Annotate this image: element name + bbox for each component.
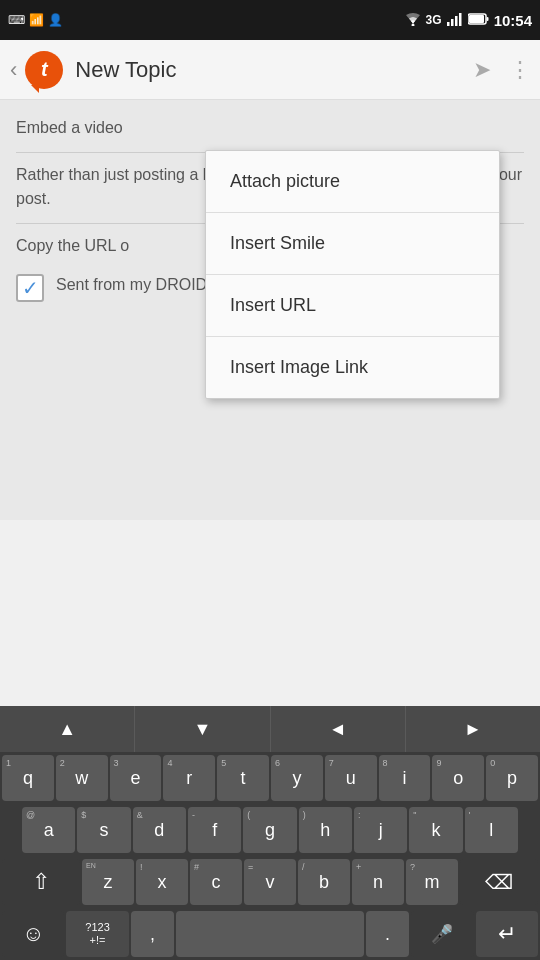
key-k[interactable]: "k xyxy=(409,807,462,853)
app-bar: ‹ t New Topic ➤ ⋮ xyxy=(0,40,540,100)
key-o[interactable]: 9o xyxy=(432,755,484,801)
key-z[interactable]: ENz xyxy=(82,859,134,905)
svg-rect-2 xyxy=(451,19,454,26)
key-y[interactable]: 6y xyxy=(271,755,323,801)
key-l[interactable]: 'l xyxy=(465,807,518,853)
clock: 10:54 xyxy=(494,12,532,29)
battery-icon xyxy=(468,13,490,28)
wifi-icon xyxy=(404,12,422,29)
svg-rect-3 xyxy=(455,16,458,26)
key-p[interactable]: 0p xyxy=(486,755,538,801)
embed-video-text: Embed a video xyxy=(16,116,524,140)
status-bar-left-icons: ⌨ 📶 👤 xyxy=(8,13,63,27)
status-bar-right-icons: 3G 10:54 xyxy=(404,12,532,29)
nav-up-button[interactable]: ▲ xyxy=(0,706,135,752)
menu-item-insert-url[interactable]: Insert URL xyxy=(206,275,499,337)
logo-letter: t xyxy=(41,58,48,81)
key-f[interactable]: -f xyxy=(188,807,241,853)
more-options-button[interactable]: ⋮ xyxy=(509,57,530,83)
numbers-key[interactable]: ?123+!= xyxy=(66,911,128,957)
send-button[interactable]: ➤ xyxy=(473,57,491,83)
signal-icon xyxy=(446,12,464,29)
svg-rect-1 xyxy=(447,22,450,26)
key-g[interactable]: (g xyxy=(243,807,296,853)
status-bar: ⌨ 📶 👤 3G xyxy=(0,0,540,40)
svg-rect-4 xyxy=(459,13,462,26)
dropdown-menu: Attach picture Insert Smile Insert URL I… xyxy=(205,150,500,399)
key-n[interactable]: +n xyxy=(352,859,404,905)
enter-key[interactable]: ↵ xyxy=(476,911,538,957)
key-u[interactable]: 7u xyxy=(325,755,377,801)
app-bar-left: ‹ t New Topic xyxy=(10,51,176,89)
key-h[interactable]: )h xyxy=(299,807,352,853)
key-d[interactable]: &d xyxy=(133,807,186,853)
keyboard-row-1: 1q 2w 3e 4r 5t 6y 7u 8i 9o 0p xyxy=(0,752,540,804)
emoji-key[interactable]: ☺ xyxy=(2,911,64,957)
period-key[interactable]: . xyxy=(366,911,410,957)
svg-point-0 xyxy=(411,23,414,26)
comma-key[interactable]: , xyxy=(131,911,175,957)
keyboard-row-2: @a $s &d -f (g )h :j "k 'l xyxy=(0,804,540,856)
keyboard-nav-row: ▲ ▼ ◄ ► xyxy=(0,706,540,752)
keyboard: ▲ ▼ ◄ ► 1q 2w 3e 4r 5t 6y 7u 8i 9o 0p @a… xyxy=(0,706,540,960)
microphone-key[interactable]: 🎤 xyxy=(411,911,473,957)
key-j[interactable]: :j xyxy=(354,807,407,853)
shift-key[interactable]: ⇧ xyxy=(2,859,80,905)
checkbox-check-icon: ✓ xyxy=(22,276,39,300)
menu-item-insert-smile[interactable]: Insert Smile xyxy=(206,213,499,275)
key-e[interactable]: 3e xyxy=(110,755,162,801)
menu-item-insert-image-link[interactable]: Insert Image Link xyxy=(206,337,499,398)
app-bar-actions: ➤ ⋮ xyxy=(473,57,530,83)
keyboard-icon: ⌨ xyxy=(8,13,25,27)
key-r[interactable]: 4r xyxy=(163,755,215,801)
svg-rect-7 xyxy=(486,17,488,21)
key-v[interactable]: =v xyxy=(244,859,296,905)
key-m[interactable]: ?m xyxy=(406,859,458,905)
backspace-key[interactable]: ⌫ xyxy=(460,859,538,905)
signature-checkbox[interactable]: ✓ xyxy=(16,274,44,302)
keyboard-row-3: ⇧ ENz !x #c =v /b +n ?m ⌫ xyxy=(0,856,540,908)
svg-rect-6 xyxy=(469,15,484,23)
tapatalk-logo: t xyxy=(25,51,63,89)
key-x[interactable]: !x xyxy=(136,859,188,905)
nav-right-button[interactable]: ► xyxy=(406,706,540,752)
content-area: Embed a video Rather than just posting a… xyxy=(0,100,540,520)
space-key[interactable] xyxy=(176,911,363,957)
key-c[interactable]: #c xyxy=(190,859,242,905)
network-3g-icon: 3G xyxy=(426,13,442,27)
key-s[interactable]: $s xyxy=(77,807,130,853)
sim-icon: 📶 xyxy=(29,13,44,27)
key-q[interactable]: 1q xyxy=(2,755,54,801)
key-t[interactable]: 5t xyxy=(217,755,269,801)
page-title: New Topic xyxy=(75,57,176,83)
key-w[interactable]: 2w xyxy=(56,755,108,801)
back-button[interactable]: ‹ xyxy=(10,57,17,83)
key-a[interactable]: @a xyxy=(22,807,75,853)
nav-down-button[interactable]: ▼ xyxy=(135,706,270,752)
key-b[interactable]: /b xyxy=(298,859,350,905)
menu-item-attach-picture[interactable]: Attach picture xyxy=(206,151,499,213)
key-i[interactable]: 8i xyxy=(379,755,431,801)
nav-left-button[interactable]: ◄ xyxy=(271,706,406,752)
keyboard-row-4: ☺ ?123+!= , . 🎤 ↵ xyxy=(0,908,540,960)
tapatalk-status-icon: 👤 xyxy=(48,13,63,27)
